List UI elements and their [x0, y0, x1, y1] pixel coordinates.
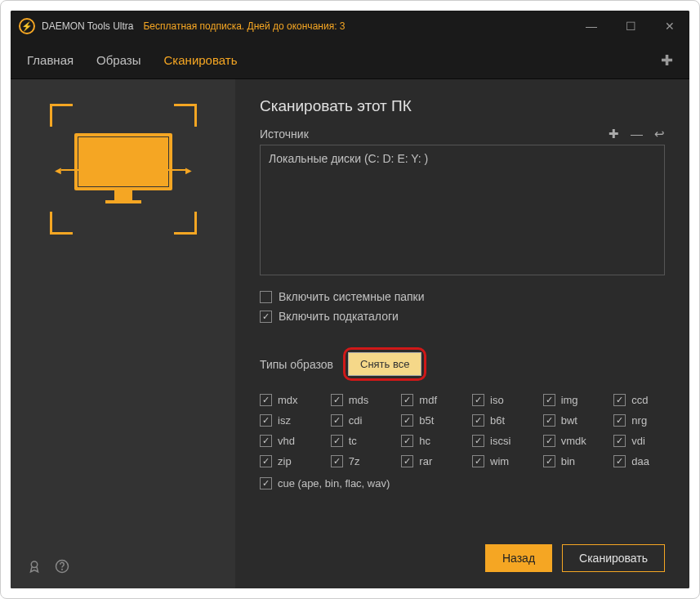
format-mdf-label: mdf — [419, 394, 437, 406]
format-img: img — [543, 394, 595, 406]
format-iso-label: iso — [490, 394, 504, 406]
scan-button[interactable]: Сканировать — [562, 544, 665, 572]
format-rar-label: rar — [419, 455, 432, 467]
format-mds-checkbox[interactable] — [331, 394, 343, 406]
format-ccd-checkbox[interactable] — [613, 394, 626, 406]
badge-icon[interactable] — [27, 559, 42, 574]
format-isz-label: isz — [278, 414, 291, 427]
menu-tab-0[interactable]: Главная — [27, 53, 74, 67]
format-iso-checkbox[interactable] — [472, 394, 484, 406]
main-panel: Сканировать этот ПК Источник ✚ — ↩ Локал… — [235, 79, 689, 588]
format-zip-label: zip — [278, 455, 292, 467]
format-img-checkbox[interactable] — [543, 394, 555, 406]
format-cdi-checkbox[interactable] — [331, 414, 343, 427]
svg-point-0 — [31, 561, 38, 568]
help-icon[interactable] — [55, 559, 69, 574]
format-mdf-checkbox[interactable] — [401, 394, 413, 406]
format-isz: isz — [260, 414, 311, 427]
format-vhd: vhd — [260, 435, 311, 447]
svg-point-2 — [62, 569, 63, 570]
format-mds: mds — [331, 394, 382, 406]
format-daa-checkbox[interactable] — [613, 455, 626, 467]
titlebar: ⚡ DAEMON Tools Ultra Бесплатная подписка… — [11, 11, 689, 42]
format-nrg-checkbox[interactable] — [613, 414, 626, 427]
format-hc-checkbox[interactable] — [401, 435, 413, 447]
add-tab-button[interactable]: ✚ — [661, 51, 673, 69]
format-iscsi: iscsi — [472, 435, 524, 447]
back-button[interactable]: Назад — [485, 544, 552, 572]
format-cue-label: cue (ape, bin, flac, wav) — [278, 477, 390, 489]
format-iso: iso — [472, 394, 524, 406]
format-wim-checkbox[interactable] — [472, 455, 484, 467]
format-rar: rar — [401, 455, 453, 467]
format-daa: daa — [613, 455, 665, 467]
menu-tab-1[interactable]: Образы — [96, 53, 140, 67]
format-bwt-label: bwt — [561, 414, 577, 427]
format-img-label: img — [561, 394, 578, 406]
format-bin-label: bin — [561, 455, 575, 467]
format-b5t-label: b5t — [419, 414, 434, 427]
format-vhd-checkbox[interactable] — [260, 435, 272, 447]
annotation-highlight: Снять все — [343, 347, 426, 381]
menubar: ГлавнаяОбразыСканировать ✚ — [11, 42, 689, 79]
format-zip: zip — [260, 455, 311, 467]
add-source-button[interactable]: ✚ — [609, 127, 619, 141]
include-subdirs-label: Включить подкаталоги — [279, 310, 399, 323]
subscription-status: Бесплатная подписка. Дней до окончания: … — [143, 20, 345, 32]
format-iscsi-label: iscsi — [490, 435, 511, 447]
minimize-button[interactable]: — — [580, 15, 603, 38]
format-ccd-label: ccd — [631, 394, 648, 406]
format-vdi-checkbox[interactable] — [613, 435, 626, 447]
clear-all-button[interactable]: Снять все — [348, 352, 421, 376]
sidebar: ◀▶ — [11, 79, 235, 588]
format-wim-label: wim — [490, 455, 509, 467]
app-logo-icon: ⚡ — [19, 18, 35, 34]
format-tc-label: tc — [349, 435, 357, 447]
format-vdi: vdi — [613, 435, 665, 447]
format-bwt: bwt — [543, 414, 595, 427]
format-daa-label: daa — [631, 455, 649, 467]
close-button[interactable]: ✕ — [658, 15, 681, 38]
format-bin-checkbox[interactable] — [543, 455, 555, 467]
format-vmdk-label: vmdk — [561, 435, 586, 447]
source-list[interactable]: Локальные диски (C: D: E: Y: ) — [260, 145, 665, 275]
format-b6t: b6t — [472, 414, 524, 427]
page-title: Сканировать этот ПК — [260, 97, 665, 115]
format-cue-checkbox[interactable] — [260, 477, 272, 489]
format-mdx-label: mdx — [278, 394, 298, 406]
source-label: Источник — [260, 127, 309, 141]
source-item[interactable]: Локальные диски (C: D: E: Y: ) — [269, 152, 656, 165]
format-cdi: cdi — [331, 414, 382, 427]
format-7z: 7z — [331, 455, 382, 467]
format-mdf: mdf — [401, 394, 453, 406]
format-vdi-label: vdi — [631, 435, 645, 447]
format-b6t-label: b6t — [490, 414, 505, 427]
format-rar-checkbox[interactable] — [401, 455, 413, 467]
format-bwt-checkbox[interactable] — [543, 414, 555, 427]
menu-tab-2[interactable]: Сканировать — [164, 53, 238, 67]
format-nrg: nrg — [613, 414, 665, 427]
format-vhd-label: vhd — [278, 435, 295, 447]
format-tc-checkbox[interactable] — [331, 435, 343, 447]
format-7z-checkbox[interactable] — [331, 455, 343, 467]
format-nrg-label: nrg — [631, 414, 647, 427]
include-subdirs-checkbox[interactable] — [260, 311, 272, 323]
format-b5t-checkbox[interactable] — [401, 414, 413, 427]
include-system-checkbox[interactable] — [260, 291, 272, 303]
remove-source-button[interactable]: — — [631, 127, 643, 141]
format-b5t: b5t — [401, 414, 453, 427]
format-zip-checkbox[interactable] — [260, 455, 272, 467]
format-mdx-checkbox[interactable] — [260, 394, 272, 406]
format-hc: hc — [401, 435, 453, 447]
maximize-button[interactable]: ☐ — [619, 15, 642, 38]
format-isz-checkbox[interactable] — [260, 414, 272, 427]
format-b6t-checkbox[interactable] — [472, 414, 484, 427]
format-cdi-label: cdi — [349, 414, 363, 427]
format-7z-label: 7z — [349, 455, 360, 467]
format-vmdk-checkbox[interactable] — [543, 435, 555, 447]
format-bin: bin — [543, 455, 595, 467]
format-mds-label: mds — [349, 394, 369, 406]
format-iscsi-checkbox[interactable] — [472, 435, 484, 447]
format-mdx: mdx — [260, 394, 311, 406]
undo-source-button[interactable]: ↩ — [654, 127, 665, 141]
